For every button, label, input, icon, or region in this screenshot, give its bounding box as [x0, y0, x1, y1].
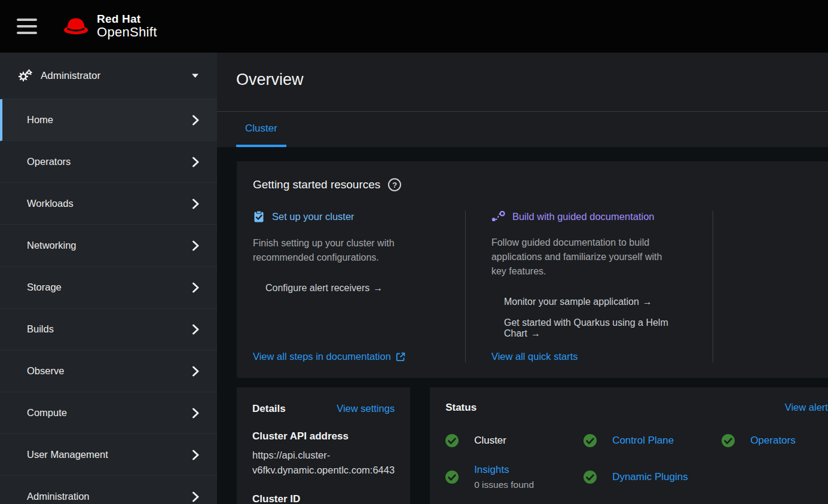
page-content: Getting started resources ? Set up your … [217, 147, 828, 504]
perspective-switcher[interactable]: Administrator [0, 53, 217, 99]
status-item-operators: Operators [722, 434, 828, 447]
configure-alert-receivers-link[interactable]: Configure alert receivers→ [265, 283, 465, 294]
insights-link[interactable]: Insights [474, 464, 509, 475]
check-circle-icon [445, 434, 459, 447]
details-title: Details [252, 403, 286, 415]
getting-started-card: Getting started resources ? Set up your … [237, 161, 828, 378]
status-item-dynamic-plugins: Dynamic Plugins [583, 464, 722, 490]
setup-cluster-link[interactable]: Set up your cluster [253, 210, 465, 223]
sidebar-item-storage[interactable]: Storage [0, 267, 217, 308]
sidebar-item-observe[interactable]: Observe [0, 350, 217, 392]
external-link-icon [396, 352, 405, 362]
cluster-id-label: Cluster ID [252, 493, 395, 504]
chevron-right-icon [192, 240, 199, 251]
sidebar-item-label: Operators [27, 156, 71, 167]
status-item-cluster: Cluster [445, 434, 583, 447]
clipped-section [739, 210, 828, 362]
sidebar-item-operators[interactable]: Operators [0, 141, 217, 183]
control-plane-link[interactable]: Control Plane [612, 435, 674, 447]
section-divider [465, 210, 466, 362]
sidebar-item-label: Workloads [27, 198, 74, 209]
nav-toggle-icon[interactable] [17, 19, 37, 34]
page-title: Overview [217, 53, 828, 89]
insights-issues-count: 0 issues found [474, 479, 534, 490]
sidebar-item-user-management[interactable]: User Management [0, 434, 217, 476]
chevron-right-icon [192, 157, 199, 167]
sidebar-item-label: User Management [27, 449, 108, 460]
status-card: Status View alerts Cluster Control Plane… [430, 387, 828, 504]
check-circle-icon [722, 434, 735, 447]
chevron-right-icon [192, 450, 199, 460]
cluster-api-address-label: Cluster API address [252, 430, 395, 442]
guided-documentation-link[interactable]: Build with guided documentation [491, 210, 697, 222]
status-item-insights: Insights 0 issues found [445, 464, 583, 490]
chevron-right-icon [192, 408, 199, 419]
monitor-sample-app-link[interactable]: Monitor your sample application→ [504, 297, 697, 307]
setup-cluster-description: Finish setting up your cluster with reco… [253, 236, 465, 265]
red-hat-fedora-icon [62, 16, 90, 37]
sidebar-item-home[interactable]: Home [0, 99, 217, 141]
view-all-steps-link[interactable]: View all steps in documentation [253, 351, 465, 362]
caret-down-icon [191, 73, 199, 78]
tab-cluster[interactable]: Cluster [236, 112, 286, 147]
view-alerts-link[interactable]: View alerts [785, 402, 828, 413]
chevron-right-icon [192, 115, 199, 126]
check-circle-icon [583, 434, 597, 447]
sidebar-item-builds[interactable]: Builds [0, 308, 217, 350]
arrow-right-icon: → [373, 283, 383, 293]
sidebar-item-compute[interactable]: Compute [0, 392, 217, 434]
section-divider [713, 210, 713, 362]
sidebar-item-label: Home [27, 114, 53, 126]
clipboard-check-icon [253, 210, 265, 223]
perspective-label: Administrator [41, 70, 100, 82]
sidebar-item-administration[interactable]: Administration [0, 476, 217, 504]
chevron-right-icon [192, 324, 199, 335]
sidebar-item-networking[interactable]: Networking [0, 225, 217, 267]
tab-bar: Cluster [217, 111, 828, 147]
sidebar-item-label: Observe [27, 365, 64, 377]
cluster-api-address-value: https://api.cluster-v6fkv.dynamic.opentl… [252, 448, 395, 478]
masthead: Red Hat OpenShift [0, 0, 828, 53]
check-circle-icon [445, 471, 459, 484]
sidebar-nav: Administrator Home Operators Workloads N… [0, 53, 217, 504]
check-circle-icon [583, 471, 597, 484]
operators-link[interactable]: Operators [750, 435, 796, 447]
quarkus-helm-chart-link[interactable]: Get started with Quarkus using a Helm Ch… [504, 317, 697, 339]
guided-documentation-description: Follow guided documentation to build app… [491, 236, 697, 279]
route-icon [491, 210, 505, 222]
guided-documentation-section: Build with guided documentation Follow g… [491, 210, 697, 362]
dynamic-plugins-link[interactable]: Dynamic Plugins [612, 471, 688, 483]
status-title: Status [445, 402, 476, 414]
sidebar-item-label: Administration [27, 491, 90, 502]
chevron-right-icon [192, 198, 199, 209]
arrow-right-icon: → [643, 297, 652, 307]
sidebar-item-label: Storage [27, 282, 62, 293]
setup-cluster-section: Set up your cluster Finish setting up yo… [253, 210, 465, 362]
sidebar-item-workloads[interactable]: Workloads [0, 183, 217, 225]
cogs-icon [18, 69, 32, 83]
sidebar-item-label: Builds [27, 323, 54, 335]
help-icon[interactable]: ? [388, 178, 401, 191]
getting-started-title: Getting started resources [253, 178, 380, 191]
brand-logo: Red Hat OpenShift [62, 13, 157, 39]
view-settings-link[interactable]: View settings [337, 403, 395, 414]
status-item-control-plane: Control Plane [583, 434, 722, 447]
details-card: Details View settings Cluster API addres… [237, 387, 410, 504]
brand-product: OpenShift [97, 25, 157, 39]
chevron-right-icon [192, 282, 199, 293]
openshift-console: Red Hat OpenShift Administrator Home Ope… [0, 0, 828, 504]
sidebar-item-label: Networking [27, 240, 77, 251]
chevron-right-icon [192, 366, 199, 377]
brand-name: Red Hat [97, 13, 157, 26]
sidebar-item-label: Compute [27, 407, 67, 419]
chevron-right-icon [192, 491, 199, 502]
view-all-quick-starts-link[interactable]: View all quick starts [491, 351, 697, 362]
page-header: Overview Cluster [217, 53, 828, 147]
arrow-right-icon: → [531, 328, 540, 338]
